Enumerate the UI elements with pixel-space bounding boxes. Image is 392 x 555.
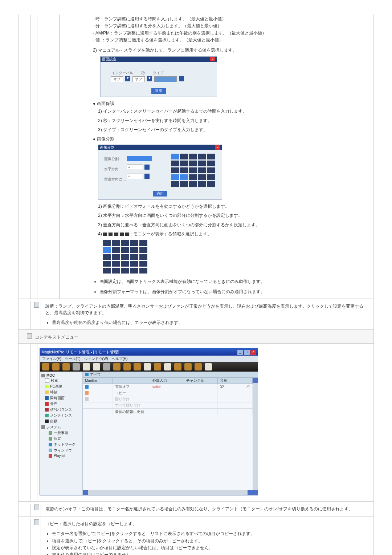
- slider[interactable]: [127, 156, 152, 161]
- tree-item[interactable]: 検索: [51, 378, 58, 383]
- toolbar-button[interactable]: [83, 363, 90, 370]
- field[interactable]: 1: [127, 165, 143, 170]
- tile-matrix[interactable]: [171, 154, 215, 187]
- toolbar-button[interactable]: [73, 363, 80, 370]
- field[interactable]: オフ: [132, 76, 145, 82]
- lamp-item: 時：ランプ調整に適用する時間を入力します。（最大値と最小値）: [93, 16, 371, 22]
- toolbar-button[interactable]: [164, 363, 171, 370]
- id-item: 1) 画像分割：ビデオウォールを有効にするかどうかを選択します。: [98, 203, 371, 210]
- slider[interactable]: [154, 76, 177, 82]
- hscrollbar[interactable]: [83, 490, 253, 495]
- field[interactable]: オフ: [111, 76, 123, 82]
- vscrollbar[interactable]: [253, 378, 258, 495]
- scroll-right-icon: [248, 490, 253, 495]
- chevron-down-icon[interactable]: ▼: [147, 76, 152, 81]
- toolbar-button[interactable]: [134, 363, 141, 370]
- list-row[interactable]: 最新の情報に更新: [83, 409, 253, 415]
- toolbar-button[interactable]: [184, 363, 192, 370]
- tree-item[interactable]: 一般事項: [54, 430, 68, 436]
- list-row[interactable]: すべて貼り付け: [83, 402, 253, 409]
- menu-item[interactable]: ヘルプ(H): [112, 356, 128, 361]
- tree-item[interactable]: ウィンドウ: [54, 448, 72, 453]
- note-icon: [34, 505, 39, 510]
- label: 秒: [141, 70, 145, 76]
- list-row[interactable]: 貼り付け: [83, 396, 253, 402]
- tree-item[interactable]: Playlist: [54, 454, 65, 458]
- toolbar-button[interactable]: [154, 363, 161, 370]
- tree-item[interactable]: 音声: [50, 401, 57, 406]
- label: 水平方向: [104, 167, 126, 172]
- slider-handle[interactable]: [179, 76, 184, 81]
- toolbar-button[interactable]: [62, 363, 70, 370]
- tree-item[interactable]: ネットワーク: [54, 442, 75, 447]
- lamp-item: 分：ランプ調整に適用する分を入力します。（最大値と最小値）: [93, 23, 371, 29]
- toolbar-button[interactable]: [174, 363, 181, 370]
- id-note: 画像分割フォーマットは、画像分割がオフになっていない場合にのみ適用されます。: [99, 289, 371, 295]
- toolbar-button[interactable]: [195, 363, 202, 370]
- tree-item[interactable]: システム: [46, 425, 61, 430]
- toolbar[interactable]: [40, 362, 258, 372]
- sp-item: 2) 秒：スクリーンセイバーを実行する時間を入力します。: [98, 118, 371, 124]
- tree-item[interactable]: 信号バランス: [50, 407, 72, 412]
- tree-item[interactable]: 時刻: [50, 390, 57, 395]
- list-header: Monitor 外部入力 チャンネル 音量: [83, 378, 253, 384]
- id-note: 画面設定は、画面マトリックス表示機能が有効になっているときにのみ動作します。: [99, 279, 371, 285]
- copy-note: 項目を選択して[コピー]をクリックすると、その項目のみがコピーされます。: [52, 538, 371, 544]
- tree-item[interactable]: メンテナンス: [50, 413, 72, 418]
- app-titlebar: MagicNetPro リモート管理 - [リモート管理] _□×: [40, 348, 258, 356]
- lamp-item: 値 ：ランプ調整に適用する値を選択します。（最大値と最小値）: [93, 37, 371, 43]
- close-icon: ×: [250, 350, 256, 355]
- dialog-title: 画像分割: [100, 145, 114, 150]
- lamp-item: AM/PM：ランプ調整に適用する午前または午後の別を選択します。（最大値と最小値…: [93, 30, 371, 36]
- close-icon[interactable]: ×: [210, 57, 215, 61]
- toolbar-button[interactable]: [103, 363, 110, 370]
- chevron-down-icon[interactable]: ▼: [125, 76, 130, 81]
- tree-item[interactable]: 位置: [54, 436, 61, 441]
- sp-item: 1) インターバル：スクリーンセイバーが起動するまでの時間を入力します。: [98, 108, 371, 114]
- toolbar-button[interactable]: [93, 363, 100, 370]
- screen-setting-dialog: 画面設定 × インターバル 秒 タイプ オフ ▼ オフ ▼: [100, 56, 217, 97]
- stepper-icon[interactable]: [144, 174, 150, 179]
- tree-item[interactable]: PC画像: [50, 384, 62, 389]
- row-icon: [85, 397, 89, 401]
- diagnostics-text: 診断：ランプ、クライアントの内部温度、明るさセンサーおよびファンが正常かどうかを…: [45, 303, 371, 317]
- toolbar-button[interactable]: [42, 363, 49, 370]
- toolbar-button[interactable]: [123, 363, 131, 370]
- tile-matrix-sample: [103, 240, 371, 274]
- close-icon[interactable]: ×: [215, 145, 220, 150]
- toolbar-button[interactable]: [144, 363, 151, 370]
- screen-protect-heading: ● 画面保護: [93, 101, 371, 107]
- dialog-title: 画面設定: [102, 57, 117, 62]
- power-text: 電源のオン/オフ：この項目は、モニター名が選択されている場合にのみ有効になり、ク…: [45, 505, 371, 513]
- menu-item[interactable]: ウィンドウ(W): [84, 356, 108, 361]
- copy-heading: コピー：選択した項目の設定をコピーします。: [45, 520, 371, 528]
- scroll-down-icon: [253, 490, 258, 495]
- lamp-adjust-list: 時：ランプ調整に適用する時間を入力します。（最大値と最小値） 分：ランプ調整に適…: [93, 16, 371, 44]
- list-row[interactable]: コピー: [83, 390, 253, 396]
- stepper-icon[interactable]: [144, 165, 150, 170]
- menu-item[interactable]: ツール(T): [65, 356, 81, 361]
- sp-item: 3) タイプ：スクリーンセイバーのタイプを入力します。: [98, 127, 371, 133]
- app-window: MagicNetPro リモート管理 - [リモート管理] _□× ファイル(F…: [40, 348, 258, 495]
- window-controls[interactable]: _□×: [237, 349, 256, 355]
- menubar[interactable]: ファイル(F) ツール(T) ウィンドウ(W) ヘルプ(H): [40, 356, 258, 362]
- toolbar-button[interactable]: [113, 363, 121, 370]
- apply-button[interactable]: 適用: [153, 191, 167, 197]
- copy-note: モニター名を選択して[コピー]をクリックすると、リストに表示されるすべての項目が…: [52, 531, 371, 537]
- list-row[interactable]: 電源オフ safari 32 不: [83, 384, 253, 390]
- bookmark-icon: [27, 333, 32, 339]
- toolbar-button[interactable]: [52, 363, 60, 370]
- tree-item[interactable]: 同時画面: [50, 396, 65, 401]
- tree-panel[interactable]: MOC 検索 PC画像 時刻 同時画面 音声 信号バランス メンテナンス 自動 …: [40, 372, 83, 495]
- tree-root[interactable]: MOC: [46, 373, 55, 377]
- menu-item[interactable]: ファイル(F): [42, 356, 61, 361]
- copy-note: 設定が表示されていないか項目に設定がない場合には、項目はコピーできません。: [52, 545, 371, 551]
- label: 画像分割: [104, 157, 126, 162]
- tree-item[interactable]: 自動: [50, 419, 57, 424]
- field[interactable]: 1: [127, 174, 143, 179]
- note-icon: [34, 519, 39, 525]
- toolbar-button[interactable]: [205, 363, 212, 370]
- list-tab[interactable]: すべて: [83, 372, 258, 378]
- context-menu-heading: コンテキストメニュー: [35, 333, 371, 342]
- apply-button[interactable]: 適用: [151, 88, 166, 94]
